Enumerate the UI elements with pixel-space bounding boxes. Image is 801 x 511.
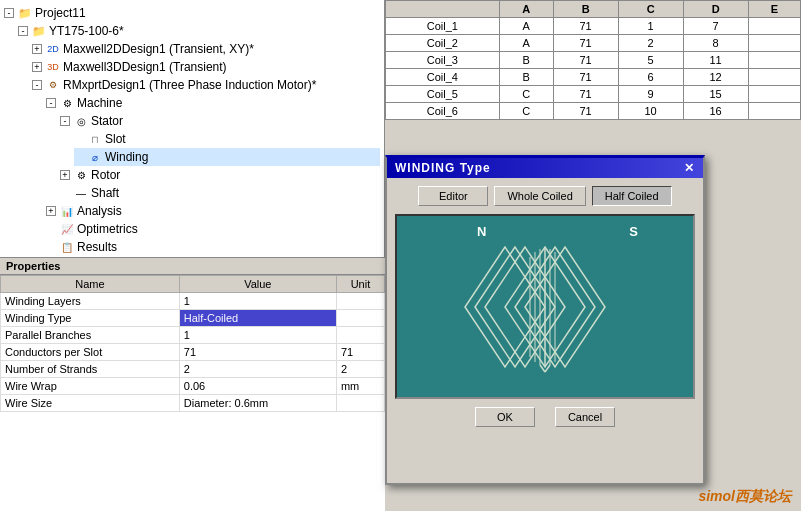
coil-cell-1-0: Coil_2 (386, 35, 500, 52)
coil-cell-0-2: 71 (553, 18, 618, 35)
coil-cell-3-2: 71 (553, 69, 618, 86)
winding-svg (445, 227, 645, 387)
folder-icon: 📁 (17, 5, 33, 21)
props-name-3: Conductors per Slot (1, 344, 180, 361)
props-unit-5: mm (336, 378, 384, 395)
col-value: Value (179, 276, 336, 293)
coil-cell-0-3: 1 (618, 18, 683, 35)
tree-label-maxwell3d: Maxwell3DDesign1 (Transient) (63, 60, 227, 74)
tree-item-project11[interactable]: - 📁 Project11 (4, 4, 380, 22)
half-coiled-button[interactable]: Half Coiled (592, 186, 672, 206)
rmxprt-icon: ⚙ (45, 77, 61, 93)
editor-button[interactable]: Editor (418, 186, 488, 206)
coil-col-b: B (553, 1, 618, 18)
props-value-5: 0.06 (179, 378, 336, 395)
coil-cell-extra-2 (748, 52, 800, 69)
coil-cell-extra-4 (748, 86, 800, 103)
tree-label-analysis: Analysis (77, 204, 122, 218)
props-row-4: Number of Strands22 (1, 361, 385, 378)
rotor-icon: ⚙ (73, 167, 89, 183)
coil-cell-4-0: Coil_5 (386, 86, 500, 103)
tree-item-slot[interactable]: ⊓ Slot (74, 130, 380, 148)
whole-coiled-button[interactable]: Whole Coiled (494, 186, 585, 206)
expand-yt175[interactable]: - (18, 26, 28, 36)
optimetrics-icon: 📈 (59, 221, 75, 237)
winding-preview: N S (395, 214, 695, 399)
props-unit-2 (336, 327, 384, 344)
coil-cell-4-4: 15 (683, 86, 748, 103)
tree-item-maxwell3d[interactable]: + 3D Maxwell3DDesign1 (Transient) (32, 58, 380, 76)
props-name-5: Wire Wrap (1, 378, 180, 395)
coil-cell-1-4: 8 (683, 35, 748, 52)
tree-item-analysis[interactable]: + 📊 Analysis (46, 202, 380, 220)
shaft-icon: — (73, 185, 89, 201)
expand-project11[interactable]: - (4, 8, 14, 18)
props-unit-3: 71 (336, 344, 384, 361)
expand-maxwell3d[interactable]: + (32, 62, 42, 72)
tree-label-yt175: YT175-100-6* (49, 24, 124, 38)
coil-row-1: Coil_2A7128 (386, 35, 801, 52)
props-value-1: Half-Coiled (179, 310, 336, 327)
tree-label-stator: Stator (91, 114, 123, 128)
coil-cell-4-1: C (499, 86, 553, 103)
props-row-3: Conductors per Slot7171 (1, 344, 385, 361)
tree-label-winding: Winding (105, 150, 148, 164)
tree-item-maxwell2d[interactable]: + 2D Maxwell2DDesign1 (Transient, XY)* (32, 40, 380, 58)
dialog-close-button[interactable]: ✕ (684, 161, 695, 175)
tree-label-results: Results (77, 240, 117, 254)
coil-cell-extra-3 (748, 69, 800, 86)
expand-analysis[interactable]: + (46, 206, 56, 216)
tree-item-winding[interactable]: ⌀ Winding (74, 148, 380, 166)
slot-icon: ⊓ (87, 131, 103, 147)
expand-stator[interactable]: - (60, 116, 70, 126)
col-name: Name (1, 276, 180, 293)
props-name-6: Wire Size (1, 395, 180, 412)
tree-label-optimetrics: Optimetrics (77, 222, 138, 236)
ok-button[interactable]: OK (475, 407, 535, 427)
properties-header: Properties (0, 258, 385, 275)
coil-row-5: Coil_6C711016 (386, 103, 801, 120)
tree-item-optimetrics[interactable]: 📈 Optimetrics (46, 220, 380, 238)
expand-rotor[interactable]: + (60, 170, 70, 180)
tree-label-project11: Project11 (35, 6, 86, 20)
tree-label-rmxprt: RMxprtDesign1 (Three Phase Induction Mot… (63, 78, 316, 92)
coil-cell-extra-1 (748, 35, 800, 52)
winding-dialog: WINDING Type ✕ Editor Whole Coiled Half … (385, 155, 705, 485)
tree-label-slot: Slot (105, 132, 126, 146)
props-value-0: 1 (179, 293, 336, 310)
props-value-6: Diameter: 0.6mm (179, 395, 336, 412)
s-label: S (629, 224, 638, 239)
dialog-title-bar: WINDING Type ✕ (387, 158, 703, 178)
coil-cell-2-4: 11 (683, 52, 748, 69)
dialog-title-text: WINDING Type (395, 161, 491, 175)
tree-item-shaft[interactable]: — Shaft (60, 184, 380, 202)
coil-col-name (386, 1, 500, 18)
coil-cell-0-0: Coil_1 (386, 18, 500, 35)
properties-panel: Properties Name Value Unit Winding Layer… (0, 258, 385, 511)
coil-cell-5-0: Coil_6 (386, 103, 500, 120)
tree-label-maxwell2d: Maxwell2DDesign1 (Transient, XY)* (63, 42, 254, 56)
tree-label-machine: Machine (77, 96, 122, 110)
tree-item-results[interactable]: 📋 Results (46, 238, 380, 256)
coil-row-2: Coil_3B71511 (386, 52, 801, 69)
props-value-3: 71 (179, 344, 336, 361)
dialog-top-buttons: Editor Whole Coiled Half Coiled (395, 186, 695, 206)
cancel-button[interactable]: Cancel (555, 407, 615, 427)
coil-cell-3-1: B (499, 69, 553, 86)
tree-item-rmxprt[interactable]: - ⚙ RMxprtDesign1 (Three Phase Induction… (32, 76, 380, 94)
tree-item-stator[interactable]: - ◎ Stator (60, 112, 380, 130)
expand-rmxprt[interactable]: - (32, 80, 42, 90)
props-name-2: Parallel Branches (1, 327, 180, 344)
col-unit: Unit (336, 276, 384, 293)
coil-col-d: D (683, 1, 748, 18)
expand-machine[interactable]: - (46, 98, 56, 108)
dialog-body: Editor Whole Coiled Half Coiled N S (387, 178, 703, 435)
tree-label-shaft: Shaft (91, 186, 119, 200)
expand-maxwell2d[interactable]: + (32, 44, 42, 54)
props-row-1: Winding TypeHalf-Coiled (1, 310, 385, 327)
tree-item-yt175[interactable]: - 📁 YT175-100-6* (18, 22, 380, 40)
coil-cell-1-3: 2 (618, 35, 683, 52)
analysis-icon: 📊 (59, 203, 75, 219)
tree-item-rotor[interactable]: + ⚙ Rotor (60, 166, 380, 184)
tree-item-machine[interactable]: - ⚙ Machine (46, 94, 380, 112)
